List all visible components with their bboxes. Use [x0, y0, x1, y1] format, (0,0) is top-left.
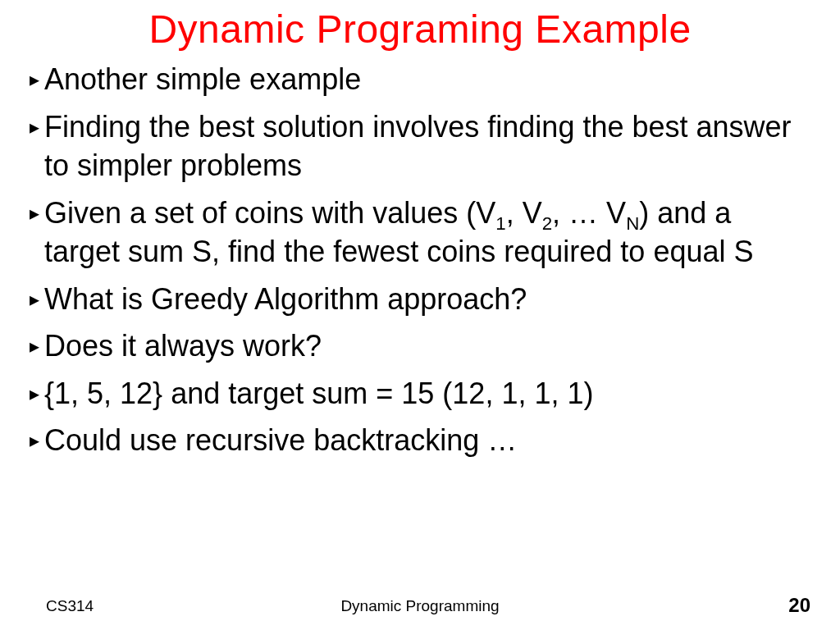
- bullet-text: Could use recursive backtracking …: [44, 421, 810, 460]
- bullet-marker-icon: ▸: [30, 194, 39, 223]
- bullet-item: ▸ {1, 5, 12} and target sum = 15 (12, 1,…: [30, 374, 810, 413]
- slide-content: ▸ Another simple example ▸ Finding the b…: [0, 60, 840, 460]
- bullet-text: {1, 5, 12} and target sum = 15 (12, 1, 1…: [44, 374, 810, 413]
- bullet-marker-icon: ▸: [30, 280, 39, 309]
- slide: Dynamic Programing Example ▸ Another sim…: [0, 0, 840, 630]
- bullet-marker-icon: ▸: [30, 107, 39, 137]
- bullet-marker-icon: ▸: [30, 326, 39, 356]
- bullet-marker-icon: ▸: [30, 374, 39, 404]
- bullet-item: ▸ Could use recursive backtracking …: [30, 421, 810, 460]
- bullet-text: Another simple example: [44, 60, 810, 99]
- footer-topic: Dynamic Programming: [0, 597, 840, 615]
- bullet-item: ▸ Does it always work?: [30, 326, 810, 366]
- bullet-item: ▸ Given a set of coins with values (V1, …: [30, 194, 810, 272]
- bullet-item: ▸ Another simple example: [30, 60, 810, 99]
- bullet-marker-icon: ▸: [30, 60, 39, 89]
- bullet-text: Finding the best solution involves findi…: [44, 107, 810, 185]
- bullet-text: Does it always work?: [44, 326, 810, 366]
- bullet-item: ▸ What is Greedy Algorithm approach?: [30, 280, 810, 319]
- bullet-text: What is Greedy Algorithm approach?: [44, 280, 810, 319]
- bullet-text: Given a set of coins with values (V1, V2…: [44, 194, 810, 272]
- footer-page-number: 20: [788, 594, 810, 617]
- slide-title: Dynamic Programing Example: [0, 7, 840, 52]
- bullet-item: ▸ Finding the best solution involves fin…: [30, 107, 810, 185]
- bullet-marker-icon: ▸: [30, 421, 39, 450]
